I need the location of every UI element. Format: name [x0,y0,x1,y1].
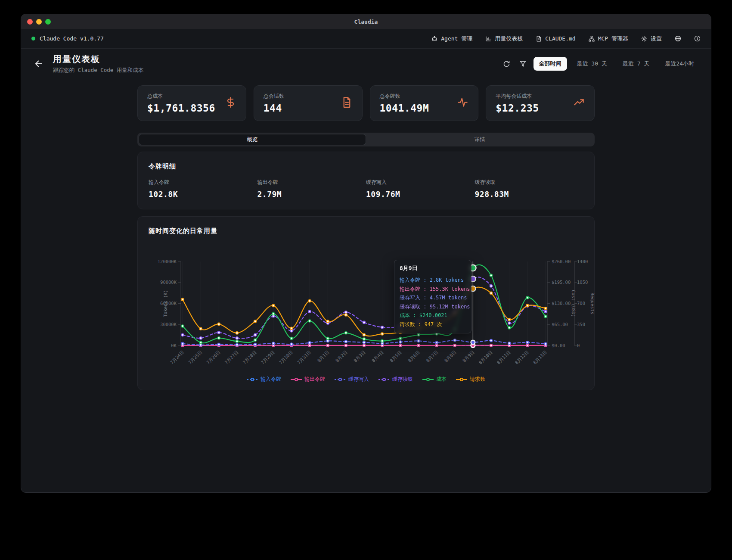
tooltip-rows: 输入令牌 : 2.8K tokens输出令牌 : 155.3K tokens缓存… [400,276,466,329]
time-filter-24h[interactable]: 最近24小时 [659,57,700,71]
time-filter-all[interactable]: 全部时间 [533,57,567,71]
page-titles: 用量仪表板 跟踪您的 Claude Code 用量和成本 [53,53,143,74]
nav-item-settings[interactable]: 设置 [641,35,662,43]
tooltip-date: 8月9日 [400,264,466,272]
legend-item: 输出令牌 [291,376,325,383]
filter-button[interactable] [517,58,529,70]
svg-text:7月25日: 7月25日 [187,349,203,365]
legend-item: 请求数 [456,376,485,383]
nav-item-language[interactable] [675,35,681,42]
legend-swatch-icon [422,377,434,382]
tab-details[interactable]: 详情 [366,134,593,145]
nav-item-agents[interactable]: Agent 管理 [431,35,472,43]
app-header: Claude Code v1.0.77 Agent 管理用量仪表板CLAUDE.… [21,29,711,49]
legend-label: 输入令牌 [261,376,281,383]
app-status: Claude Code v1.0.77 [31,35,104,42]
svg-text:8月4日: 8月4日 [371,349,385,363]
token-item-label: 输出令牌 [257,179,366,186]
stat-icon-wrap [573,96,585,110]
filter-icon [520,61,526,67]
back-button[interactable] [32,57,45,70]
dollar-icon [225,96,236,108]
token-item-value: 102.8K [149,190,257,199]
tooltip-row: 缓存读取 : 95.12M tokens [400,302,466,311]
svg-text:7月28日: 7月28日 [242,349,257,365]
activity-icon [457,96,468,108]
stat-value: $1,761.8356 [147,103,215,114]
token-item-label: 输入令牌 [149,179,257,186]
svg-text:$260.00: $260.00 [552,259,571,264]
robot-icon [431,36,437,42]
svg-text:Requests: Requests [590,292,595,314]
legend-item: 输入令牌 [247,376,281,383]
token-breakdown-item: 缓存写入 109.76M [366,179,475,199]
svg-text:7月29日: 7月29日 [260,349,276,365]
gear-icon [641,36,647,42]
arrow-left-icon [35,60,43,68]
svg-text:90000K: 90000K [160,280,177,285]
close-window-button[interactable] [27,19,33,25]
token-breakdown-item: 输入令牌 102.8K [149,179,257,199]
legend-label: 请求数 [470,376,485,383]
page-header: 用量仪表板 跟踪您的 Claude Code 用量和成本 全部时间最近 30 天… [21,49,711,79]
svg-text:7月30日: 7月30日 [278,349,294,365]
file-icon [536,36,542,42]
legend-label: 缓存读取 [392,376,413,383]
zoom-window-button[interactable] [45,19,51,25]
legend-swatch-icon [247,377,258,382]
tooltip-row: 缓存写入 : 4.57M tokens [400,293,466,302]
main-content: 总成本 $1,761.8356 总会话数 144 总令牌数 1041.49M 平… [21,85,711,390]
svg-text:Tokens (K): Tokens (K) [163,290,168,317]
svg-text:350: 350 [577,322,585,327]
stat-label: 平均每会话成本 [496,93,539,100]
time-filter-30d[interactable]: 最近 30 天 [571,57,613,71]
chart-tooltip: 8月9日 输入令牌 : 2.8K tokens输出令牌 : 155.3K tok… [394,260,471,333]
daily-usage-chart[interactable]: 120000K90000K60000K30000K0KTokens (K)$26… [138,240,595,369]
token-item-value: 928.83M [475,190,584,199]
refresh-icon [503,61,510,67]
nav-item-mcp[interactable]: MCP 管理器 [589,35,628,43]
tab-overview[interactable]: 概览 [139,134,366,145]
nav-item-label: MCP 管理器 [598,35,628,43]
globe-icon [675,35,681,42]
svg-text:1050: 1050 [577,280,588,285]
svg-text:8月9日: 8月9日 [462,349,475,363]
token-item-label: 缓存读取 [475,179,584,186]
token-breakdown-title: 令牌明细 [149,162,583,171]
svg-text:8月11日: 8月11日 [496,349,512,365]
document-icon [341,96,353,108]
token-breakdown-card: 令牌明细 输入令牌 102.8K输出令牌 2.79M缓存写入 109.76M缓存… [137,152,595,209]
svg-text:$65.00: $65.00 [552,322,568,327]
svg-text:8月13日: 8月13日 [532,349,548,365]
chart-legend: 输入令牌输出令牌缓存写入缓存读取成本请求数 [138,376,594,383]
titlebar: Claudia [21,14,711,29]
network-icon [589,36,595,42]
legend-label: 成本 [436,376,447,383]
nav-item-label: 设置 [651,35,662,43]
bar-chart-icon [485,36,491,42]
minimize-window-button[interactable] [36,19,42,25]
stat-card-2: 总令牌数 1041.49M [370,85,479,121]
stat-card-1: 总会话数 144 [254,85,363,121]
svg-text:8月2日: 8月2日 [334,349,348,363]
tooltip-row: 请求数 : 947 次 [400,320,466,329]
stat-text: 总会话数 144 [264,93,284,114]
stat-value: 1041.49M [380,103,429,114]
svg-text:8月3日: 8月3日 [353,349,366,363]
svg-text:8月12日: 8月12日 [514,349,530,365]
svg-text:7月24日: 7月24日 [169,349,185,365]
nav-item-claudemd[interactable]: CLAUDE.md [536,35,575,42]
nav-item-usage[interactable]: 用量仪表板 [485,35,523,43]
svg-text:8月6日: 8月6日 [407,349,421,363]
stat-card-3: 平均每会话成本 $12.235 [486,85,595,121]
page-title: 用量仪表板 [53,53,143,65]
token-breakdown-grid: 输入令牌 102.8K输出令牌 2.79M缓存写入 109.76M缓存读取 92… [149,179,583,199]
usage-chart-card: 随时间变化的日常用量 120000K90000K60000K30000K0KTo… [137,216,595,390]
time-filter-7d[interactable]: 最近 7 天 [617,57,655,71]
token-item-value: 109.76M [366,190,475,199]
app-version-label: Claude Code v1.0.77 [40,35,104,42]
stat-value: 144 [264,103,284,114]
app-window: Claudia Claude Code v1.0.77 Agent 管理用量仪表… [21,14,711,493]
nav-item-about[interactable] [694,35,701,42]
refresh-button[interactable] [501,58,513,70]
